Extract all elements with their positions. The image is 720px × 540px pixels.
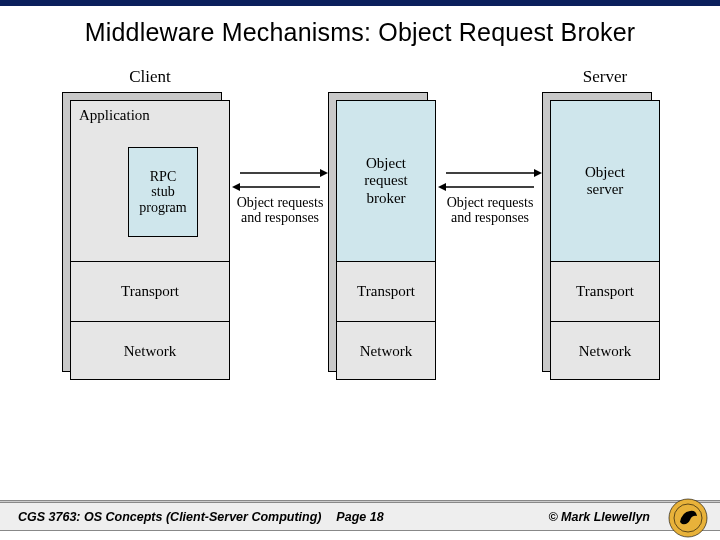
server-header: Server [550,67,660,87]
double-arrow-icon [232,167,328,193]
svg-marker-3 [232,183,240,191]
client-stack: Application Transport Network [70,100,230,380]
pegasus-logo-icon [668,498,708,538]
arrow-right: Object requests and responses [438,167,542,237]
footer-copyright: © Mark Llewellyn [548,510,650,524]
arrow-right-label: Object requests and responses [438,195,542,226]
rpc-stub-box: RPC stub program [128,147,198,237]
client-header: Client [70,67,230,87]
server-stack: Object server Transport Network [550,100,660,380]
svg-marker-7 [438,183,446,191]
footer: CGS 3763: OS Concepts (Client-Server Com… [0,500,720,540]
arrow-left: Object requests and responses [232,167,328,237]
footer-course: CGS 3763: OS Concepts (Client-Server Com… [18,510,322,524]
slide-title: Middleware Mechanisms: Object Request Br… [0,18,720,47]
orb-layer-broker: Object request broker [337,101,435,261]
orb-layer-transport: Transport [337,261,435,321]
svg-marker-1 [320,169,328,177]
server-layer-objserver: Object server [551,101,659,261]
orb-layer-network: Network [337,321,435,381]
svg-marker-5 [534,169,542,177]
double-arrow-icon [438,167,542,193]
accent-bar [0,0,720,6]
server-layer-network: Network [551,321,659,381]
diagram-stage: Client Application Transport Network RPC… [0,67,720,447]
client-layer-network: Network [71,321,229,381]
orb-stack: Object request broker Transport Network [336,100,436,380]
arrow-left-label: Object requests and responses [232,195,328,226]
server-layer-transport: Transport [551,261,659,321]
client-layer-transport: Transport [71,261,229,321]
